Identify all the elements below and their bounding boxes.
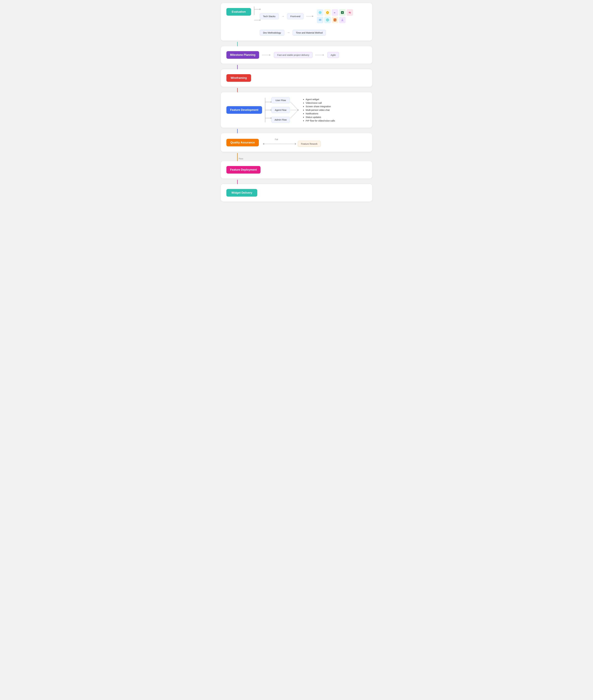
svg-marker-4 <box>260 19 261 21</box>
svg-line-37 <box>290 110 298 118</box>
agent-flow-node: Agent Flow <box>271 107 290 113</box>
bullet-pip: PIP flow for video/voice calls <box>306 119 335 122</box>
code-icon: </> <box>317 17 323 23</box>
eval-connector-svg <box>251 6 261 24</box>
featdev-to-bullets-svg <box>290 98 301 122</box>
svg-marker-38 <box>298 109 299 111</box>
deployment-node: Feature Deployment <box>226 166 261 174</box>
svg-line-35 <box>290 102 298 110</box>
flask-icon <box>339 17 346 23</box>
pass-label: Pass <box>239 157 243 160</box>
qa-rework-arrow <box>263 142 296 145</box>
qa-section: Quality Assurance Fail <box>221 133 372 152</box>
primeng-icon: PN <box>332 17 338 23</box>
sketch-icon: S <box>324 9 331 16</box>
chakra-icon <box>324 17 331 23</box>
connector-eval-to-milestone <box>237 42 372 46</box>
qa-node: Quality Assurance <box>226 139 259 146</box>
arrow-milestone-to-fast <box>262 54 271 56</box>
bullet-agent-widget: Agent widget <box>306 98 335 101</box>
svg-point-20 <box>327 20 328 21</box>
delivery-node: Widget Delivery <box>226 189 257 196</box>
deployment-section: Feature Deployment <box>221 161 372 179</box>
arrow-dev-to-tam: → <box>287 31 290 34</box>
svg-text:PN: PN <box>334 19 336 21</box>
tech-stacks-node: Tech Stacks <box>260 13 279 19</box>
admin-flow-node: Admin Flow <box>271 117 290 123</box>
svg-marker-27 <box>323 54 324 56</box>
arrow-tech-to-frontend: → <box>281 15 284 18</box>
evaluation-section: Evaluation <box>221 3 372 41</box>
svg-text:∞: ∞ <box>334 11 335 14</box>
bullet-notifications: Notifications <box>306 112 335 115</box>
svg-text:X: X <box>342 11 343 14</box>
bullet-multi-video: Multi-person video chat <box>306 109 335 111</box>
svg-marker-41 <box>295 143 296 145</box>
arrow-frontend-to-icons <box>306 15 314 17</box>
qa-rework-group: Fail Feature Rework <box>263 138 321 147</box>
evaluation-node: Evaluation <box>226 8 251 15</box>
milestone-node: Milestone Planning <box>226 51 259 59</box>
connector-qa-to-deploy: Pass <box>237 153 372 161</box>
svg-text:S: S <box>327 12 328 13</box>
feature-dev-section: Feature Development User Flow <box>221 92 372 128</box>
featdev-branch-svg <box>262 98 271 122</box>
delivery-section: Widget Delivery <box>221 184 372 201</box>
bullets-list: Agent widget Video/voice call Screen sha… <box>303 98 335 122</box>
flow-diagram: Evaluation <box>221 3 372 203</box>
frontend-node: Front-end <box>287 13 304 19</box>
connector-wire-to-featdev <box>237 88 372 92</box>
bullet-screen-share: Screen share integration <box>306 105 335 108</box>
bullet-status: Status updates <box>306 116 335 118</box>
milestone-section: Milestone Planning Fast and stable proje… <box>221 46 372 64</box>
wireframing-section: Wireframing <box>221 69 372 87</box>
tech-icons-container: S ∞ <box>317 9 353 23</box>
svg-marker-3 <box>260 8 261 10</box>
svg-marker-25 <box>269 54 271 56</box>
excel-icon: X <box>339 9 346 16</box>
tam-node: Time and Material Method <box>293 30 326 36</box>
svg-text:</>: </> <box>319 19 321 21</box>
arrow-fast-to-agile <box>315 54 325 56</box>
connector-featdev-to-qa <box>237 129 372 133</box>
agile-node: Agile <box>327 52 339 58</box>
svg-point-7 <box>320 12 320 13</box>
svg-marker-6 <box>312 15 314 17</box>
connector-milestone-to-wire <box>237 65 372 69</box>
redux-icon: ∞ <box>332 9 338 16</box>
feature-bullets: Agent widget Video/voice call Screen sha… <box>303 98 335 122</box>
user-flow-node: User Flow <box>271 97 290 103</box>
fail-label: Fail <box>275 138 278 141</box>
socket-icon <box>347 9 353 16</box>
fast-delivery-node: Fast and stable project delivery <box>274 52 313 58</box>
feature-rework-node: Feature Rework <box>298 141 321 147</box>
feature-dev-node: Feature Development <box>226 106 262 114</box>
bullet-video-call: Video/voice call <box>306 102 335 104</box>
connector-deploy-to-delivery <box>237 180 372 184</box>
react-icon <box>317 9 323 16</box>
wireframing-node: Wireframing <box>226 74 251 82</box>
dev-methodology-node: Dev Methodology <box>260 30 284 36</box>
